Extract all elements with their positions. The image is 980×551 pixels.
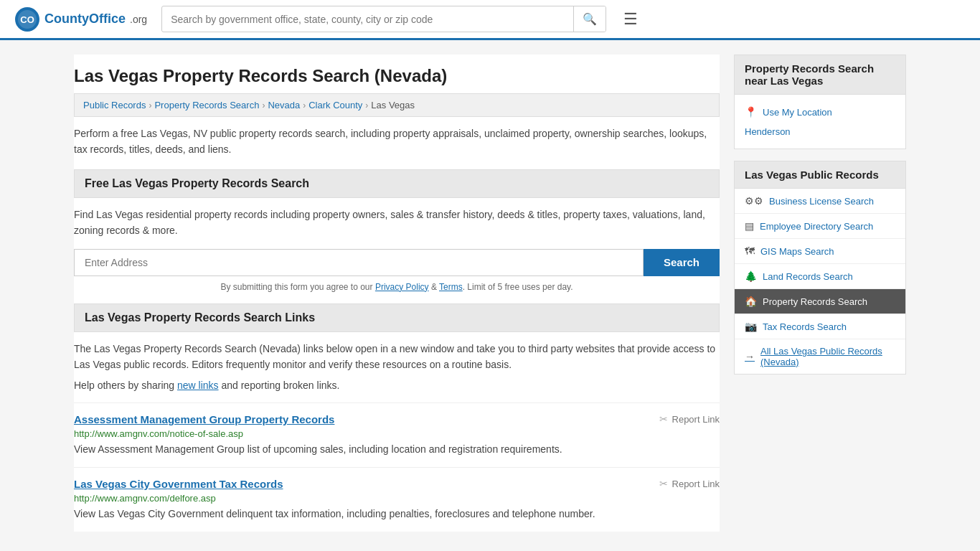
sidebar-link-land-records[interactable]: 🌲 Land Records Search — [735, 264, 905, 289]
sidebar-link-tax-records[interactable]: 📷 Tax Records Search — [735, 314, 905, 339]
report-link-button-1[interactable]: ✂ Report Link — [659, 413, 720, 425]
sidebar-link-employee-directory[interactable]: ▤ Employee Directory Search — [735, 214, 905, 239]
use-my-location-label: Use My Location — [763, 107, 832, 118]
privacy-policy-link[interactable]: Privacy Policy — [375, 282, 429, 292]
camera-icon: 📷 — [745, 321, 757, 332]
disclaimer-text: By submitting this form you agree to our — [220, 282, 372, 292]
site-header: CO CountyOffice.org 🔍 ☰ — [0, 0, 980, 40]
free-search-description: Find Las Vegas residential property reco… — [74, 207, 720, 239]
sidebar-link-label-property: Property Records Search — [763, 296, 867, 307]
arrow-right-icon: → — [745, 351, 755, 362]
sidebar-link-label-tax: Tax Records Search — [763, 321, 847, 332]
record-link-title-2[interactable]: Las Vegas City Government Tax Records — [74, 478, 283, 490]
henderson-link[interactable]: Henderson — [745, 122, 895, 141]
breadcrumb-sep-3: › — [303, 100, 306, 110]
breadcrumb-sep-4: › — [365, 100, 368, 110]
sidebar-link-label-employee: Employee Directory Search — [760, 221, 873, 232]
henderson-label: Henderson — [745, 126, 791, 137]
page-description: Perform a free Las Vegas, NV public prop… — [74, 126, 720, 169]
sidebar-link-label-land: Land Records Search — [763, 271, 853, 282]
record-link-header-1: Assessment Management Group Property Rec… — [74, 413, 720, 425]
sidebar-link-label-all: All Las Vegas Public Records (Nevada) — [760, 346, 895, 367]
page-title: Las Vegas Property Records Search (Nevad… — [74, 55, 720, 93]
directory-icon: ▤ — [745, 220, 754, 232]
record-link-item-1: Assessment Management Group Property Rec… — [74, 402, 720, 467]
breadcrumb-las-vegas: Las Vegas — [371, 100, 415, 110]
disclaimer-ampersand: & — [431, 282, 439, 292]
gear-icon: ⚙⚙ — [745, 195, 763, 207]
hamburger-menu-button[interactable]: ☰ — [621, 7, 641, 32]
disclaimer-end: . Limit of 5 free uses per day. — [463, 282, 573, 292]
breadcrumb: Public Records › Property Records Search… — [74, 93, 720, 117]
report-link-label-1: Report Link — [672, 414, 720, 425]
breadcrumb-nevada[interactable]: Nevada — [268, 100, 300, 110]
sidebar-nearby-content: 📍 Use My Location Henderson — [735, 95, 905, 149]
sidebar-link-label-business: Business License Search — [769, 196, 874, 207]
links-section-heading: Las Vegas Property Records Search Links — [74, 303, 720, 332]
record-desc-1: View Assessment Management Group list of… — [74, 442, 720, 457]
house-icon: 🏠 — [745, 296, 757, 307]
address-search-form: Search — [74, 249, 720, 276]
breadcrumb-property-records-search[interactable]: Property Records Search — [154, 100, 259, 110]
search-button[interactable]: Search — [644, 249, 720, 276]
sidebar-public-records-heading: Las Vegas Public Records — [735, 161, 905, 189]
links-description: The Las Vegas Property Records Search (N… — [74, 341, 720, 373]
address-input[interactable] — [74, 249, 644, 276]
sidebar-link-label-gis: GIS Maps Search — [760, 246, 834, 257]
sidebar-link-all-records[interactable]: → All Las Vegas Public Records (Nevada) — [735, 339, 905, 374]
share-links-text: Help others by sharing new links and rep… — [74, 380, 720, 391]
header-search-bar: 🔍 — [161, 6, 606, 32]
header-search-input[interactable] — [162, 8, 573, 31]
svg-text:CO: CO — [20, 14, 34, 25]
terms-link[interactable]: Terms — [439, 282, 463, 292]
logo-text: CountyOffice — [44, 11, 126, 27]
new-links-link[interactable]: new links — [177, 380, 219, 391]
report-icon-2: ✂ — [659, 478, 668, 489]
sidebar-nearby-box: Property Records Search near Las Vegas 📍… — [734, 55, 906, 149]
sidebar-nearby-heading: Property Records Search near Las Vegas — [735, 55, 905, 95]
breadcrumb-public-records[interactable]: Public Records — [83, 100, 146, 110]
header-search-button[interactable]: 🔍 — [573, 6, 606, 32]
sidebar-link-gis-maps[interactable]: 🗺 GIS Maps Search — [735, 239, 905, 264]
logo-org: .org — [130, 14, 147, 25]
breadcrumb-sep-2: › — [262, 100, 265, 110]
tree-icon: 🌲 — [745, 270, 757, 282]
content-area: Las Vegas Property Records Search (Nevad… — [74, 55, 720, 532]
share-text: Help others by sharing — [74, 380, 174, 391]
form-disclaimer: By submitting this form you agree to our… — [74, 282, 720, 292]
breadcrumb-clark-county[interactable]: Clark County — [308, 100, 362, 110]
use-my-location-item[interactable]: 📍 Use My Location — [745, 102, 895, 122]
sidebar-public-records-box: Las Vegas Public Records ⚙⚙ Business Lic… — [734, 161, 906, 375]
record-url-2: http://www.amgnv.com/delfore.asp — [74, 493, 720, 504]
logo[interactable]: CO CountyOffice.org — [14, 6, 147, 32]
sidebar-link-business-license[interactable]: ⚙⚙ Business License Search — [735, 189, 905, 214]
sidebar-link-property-records[interactable]: 🏠 Property Records Search — [735, 289, 905, 314]
logo-icon: CO — [14, 6, 40, 32]
free-search-heading: Free Las Vegas Property Records Search — [74, 169, 720, 198]
record-url-1: http://www.amgnv.com/notice-of-sale.asp — [74, 428, 720, 439]
location-pin-icon: 📍 — [745, 106, 757, 118]
sidebar: Property Records Search near Las Vegas 📍… — [734, 55, 906, 532]
breadcrumb-sep-1: › — [149, 100, 151, 110]
record-link-title-1[interactable]: Assessment Management Group Property Rec… — [74, 413, 334, 425]
record-desc-2: View Las Vegas City Government delinquen… — [74, 507, 720, 522]
record-link-item-2: Las Vegas City Government Tax Records ✂ … — [74, 467, 720, 532]
record-link-header-2: Las Vegas City Government Tax Records ✂ … — [74, 478, 720, 490]
main-container: Las Vegas Property Records Search (Nevad… — [60, 40, 920, 546]
report-link-button-2[interactable]: ✂ Report Link — [659, 478, 720, 489]
report-icon-1: ✂ — [659, 413, 668, 425]
report-link-label-2: Report Link — [672, 479, 720, 489]
map-icon: 🗺 — [745, 245, 755, 257]
